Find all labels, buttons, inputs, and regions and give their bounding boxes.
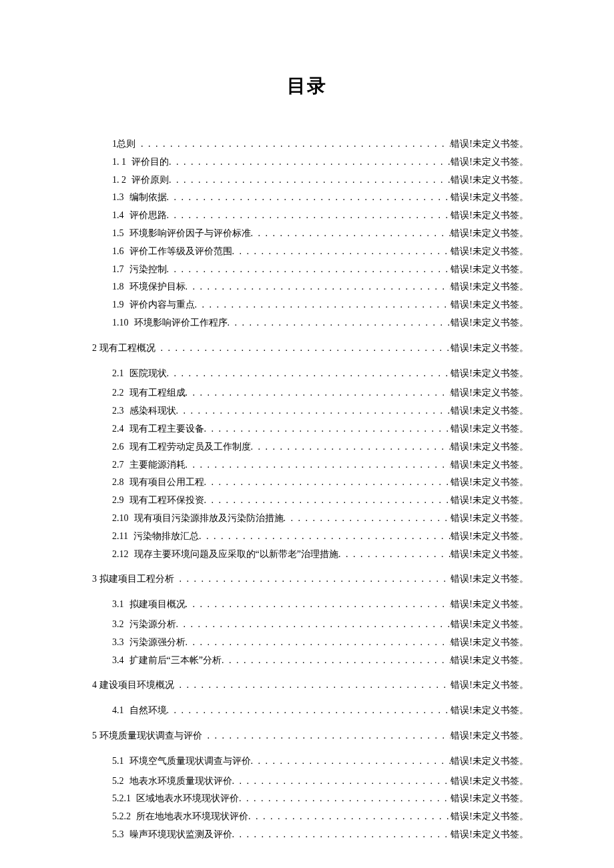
toc-page-ref: 错误!未定义书签。 xyxy=(450,728,529,744)
toc-entry-label: 拟建项目概况 xyxy=(129,596,186,612)
toc-page-ref: 错误!未定义书签。 xyxy=(450,546,529,562)
toc-entry: 2 现有工程概况错误!未定义书签。 xyxy=(85,340,529,356)
toc-page-ref: 错误!未定义书签。 xyxy=(450,753,529,769)
toc-page-ref: 错误!未定义书签。 xyxy=(450,385,529,401)
page-title: 目录 xyxy=(85,73,529,99)
toc-leader-dots xyxy=(186,457,451,473)
toc-entry-number: 1.3 xyxy=(112,189,124,205)
toc-entry-number: 1.7 xyxy=(112,262,124,278)
toc-entry-number: 5.3 xyxy=(112,827,124,843)
toc-entry: 2.10现有项目污染源排放及污染防治措施错误!未定义书签。 xyxy=(85,510,529,526)
toc-leader-dots xyxy=(251,753,451,769)
toc-entry: 1.8环境保护目标错误!未定义书签。 xyxy=(85,279,529,295)
toc-entry-label: 现有项目污染源排放及污染防治措施 xyxy=(134,510,284,526)
toc-entry-number: 2.8 xyxy=(112,474,124,490)
toc-entry-number: 5.2 xyxy=(112,773,124,789)
toc-entry: 2.12现存主要环境问题及应采取的“以新带老”治理措施错误!未定义书签。 xyxy=(85,546,529,562)
toc-entry-number: 2.1 xyxy=(112,366,124,382)
toc-entry-label: 污染源分析 xyxy=(129,616,176,632)
toc-leader-dots xyxy=(186,634,451,650)
toc-entry-label: 污染源强分析 xyxy=(129,634,186,650)
toc-entry: 3.2污染源分析错误!未定义书签。 xyxy=(85,616,529,632)
toc-entry-label: 所在地地表水环境现状评价 xyxy=(136,809,248,825)
toc-page-ref: 错误!未定义书签。 xyxy=(450,773,529,789)
toc-entry: 2.11污染物排放汇总错误!未定义书签。 xyxy=(85,528,529,544)
toc-entry: 5.2.2所在地地表水环境现状评价错误!未定义书签。 xyxy=(85,809,529,825)
toc-entry: 5.2.1区域地表水环境现状评价错误!未定义书签。 xyxy=(85,791,529,807)
toc-page-ref: 错误!未定义书签。 xyxy=(450,653,529,669)
toc-entry-label: 地表水环境质量现状评价 xyxy=(129,773,232,789)
toc-entry-label: 环境保护目标 xyxy=(129,279,186,295)
toc-entry: 5.1环境空气质量现状调查与评价错误!未定义书签。 xyxy=(85,753,529,769)
toc-page-ref: 错误!未定义书签。 xyxy=(450,315,529,331)
toc-page-ref: 错误!未定义书签。 xyxy=(450,528,529,544)
toc-page-ref: 错误!未定义书签。 xyxy=(450,189,529,205)
toc-entry-number: 4.1 xyxy=(112,703,124,719)
toc-page-ref: 错误!未定义书签。 xyxy=(450,596,529,612)
toc-entry-label: 主要能源消耗 xyxy=(129,457,186,473)
toc-entry: 1总则错误!未定义书签。 xyxy=(85,136,529,152)
toc-entry: 1.4评价思路错误!未定义书签。 xyxy=(85,207,529,224)
toc-entry: 2.3感染科现状错误!未定义书签。 xyxy=(85,403,529,419)
toc-entry-label: 自然环境 xyxy=(129,703,167,719)
toc-leader-dots xyxy=(167,366,451,382)
toc-entry-number: 5 环境质量现状调查与评价 xyxy=(92,728,202,744)
toc-page-ref: 错误!未定义书签。 xyxy=(450,421,529,437)
toc-leader-dots xyxy=(232,773,451,789)
toc-entry-number: 5.1 xyxy=(112,753,124,769)
toc-entry-label: 编制依据 xyxy=(129,189,167,205)
toc-entry-label: 现有工程环保投资 xyxy=(129,492,204,508)
toc-entry: 2.1医院现状错误!未定义书签。 xyxy=(85,366,529,382)
toc-page-ref: 错误!未定义书签。 xyxy=(450,791,529,807)
toc-entry-label: 现有项目公用工程 xyxy=(129,474,204,490)
toc-leader-dots xyxy=(199,528,450,544)
toc-entry-number: 2.2 xyxy=(112,385,124,401)
toc-page-ref: 错误!未定义书签。 xyxy=(450,439,529,455)
toc-entry-number: 2.9 xyxy=(112,492,124,508)
toc-page-ref: 错误!未定义书签。 xyxy=(450,172,529,188)
toc-entry-number: 3.3 xyxy=(112,634,124,650)
toc-page-ref: 错误!未定义书签。 xyxy=(450,297,529,313)
toc-leader-dots xyxy=(232,244,451,260)
toc-entry-label: 现有工程主要设备 xyxy=(129,421,204,437)
toc-page-ref: 错误!未定义书签。 xyxy=(450,809,529,825)
toc-page-ref: 错误!未定义书签。 xyxy=(450,703,529,719)
toc-entry: 5.3噪声环境现状监测及评价错误!未定义书签。 xyxy=(85,827,529,843)
toc-entry-number: 3.2 xyxy=(112,616,124,632)
toc-entry-label: 现有工程组成 xyxy=(129,385,186,401)
toc-leader-dots xyxy=(186,596,451,612)
toc-page-ref: 错误!未定义书签。 xyxy=(450,154,529,170)
toc-entry-number: 2.11 xyxy=(112,528,128,544)
toc-leader-dots xyxy=(167,703,451,719)
toc-entry-label: 评价内容与重点 xyxy=(129,297,195,313)
toc-page-ref: 错误!未定义书签。 xyxy=(450,244,529,260)
toc-leader-dots xyxy=(161,340,451,356)
toc-entry: 2.6现有工程劳动定员及工作制度错误!未定义书签。 xyxy=(85,439,529,455)
toc-entry-label: 评价思路 xyxy=(129,207,167,224)
toc-entry-number: 1.9 xyxy=(112,297,124,313)
toc-entry-number: 2.10 xyxy=(112,510,129,526)
toc-entry-label: 评价目的 xyxy=(131,154,169,170)
toc-entry-number: 1.10 xyxy=(112,315,129,331)
toc-entry-number: 1.6 xyxy=(112,244,124,260)
toc-page-ref: 错误!未定义书签。 xyxy=(450,366,529,382)
toc-page-ref: 错误!未定义书签。 xyxy=(450,279,529,295)
toc-entry-label: 环境影响评价工作程序 xyxy=(134,315,228,331)
toc-leader-dots xyxy=(186,279,451,295)
toc-leader-dots xyxy=(167,189,451,205)
toc-entry: 1.3编制依据错误!未定义书签。 xyxy=(85,189,529,205)
toc-entry: 4 建设项目环境概况错误!未定义书签。 xyxy=(85,677,529,693)
toc-entry-number: 4 建设项目环境概况 xyxy=(92,677,174,693)
toc-page-ref: 错误!未定义书签。 xyxy=(450,634,529,650)
toc-entry: 1.5环境影响评价因子与评价标准错误!未定义书签。 xyxy=(85,226,529,242)
toc-leader-dots xyxy=(176,616,451,632)
document-page: 目录 1总则错误!未定义书签。1. 1评价目的错误!未定义书签。1. 2评价原则… xyxy=(0,0,614,868)
toc-leader-dots xyxy=(204,492,451,508)
toc-page-ref: 错误!未定义书签。 xyxy=(450,403,529,419)
toc-entry: 2.7主要能源消耗错误!未定义书签。 xyxy=(85,457,529,473)
toc-entry: 1. 1评价目的错误!未定义书签。 xyxy=(85,154,529,170)
toc-entry: 2.4现有工程主要设备错误!未定义书签。 xyxy=(85,421,529,437)
toc-leader-dots xyxy=(169,172,450,188)
toc-leader-dots xyxy=(204,474,451,490)
toc-entry: 2.8现有项目公用工程错误!未定义书签。 xyxy=(85,474,529,490)
